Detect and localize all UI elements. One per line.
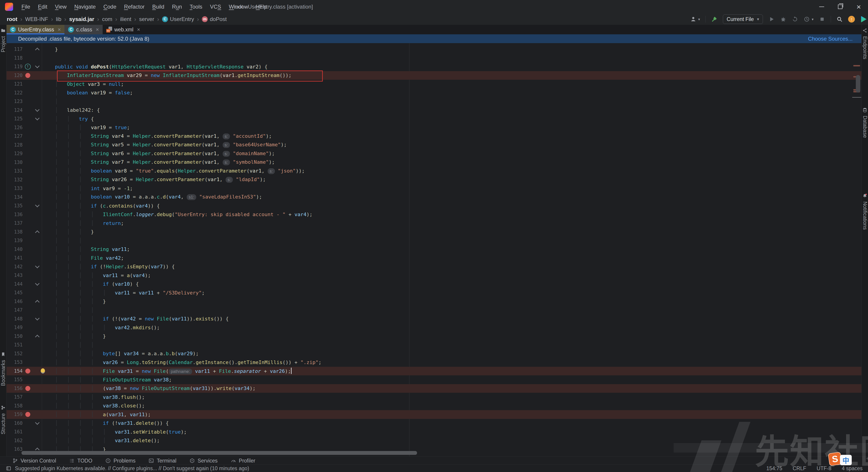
- code-line[interactable]: 140 │ │ │ String var11;: [6, 245, 862, 254]
- search-everywhere-icon[interactable]: [836, 16, 843, 22]
- tool-stripe-project[interactable]: Project: [0, 28, 6, 53]
- code-line[interactable]: 147 │ │ │ │: [6, 306, 862, 314]
- code-line[interactable]: 133 │ │ │ int var9 = -1;: [6, 184, 862, 193]
- close-icon[interactable]: ×: [58, 26, 61, 33]
- breakpoint-icon[interactable]: [25, 412, 30, 417]
- code-line[interactable]: 134 │ │ │ boolean var10 = a.a.a.c.d(var4…: [6, 193, 862, 202]
- tool-window-version-control[interactable]: Version Control: [12, 458, 56, 464]
- breadcrumb-item[interactable]: lib: [56, 16, 61, 22]
- tool-window-problems[interactable]: Problems: [105, 458, 135, 464]
- tool-stripe-bookmarks[interactable]: Bookmarks: [0, 352, 6, 386]
- code-line[interactable]: 125 │ │ try {: [6, 114, 862, 123]
- code-line[interactable]: 156 │ │ │ │ (var38 = new FileOutputStrea…: [6, 384, 862, 393]
- code-editor[interactable]: 117 } 118 119 ↑ public void doPost(HttpS…: [6, 43, 862, 457]
- code-line[interactable]: 141 │ │ │ File var42;: [6, 254, 862, 262]
- tool-stripe-endpoints[interactable]: Endpoints: [862, 28, 868, 59]
- menu-item-run[interactable]: Run: [168, 0, 186, 13]
- code-line[interactable]: 143 │ │ │ │ var11 = a(var4);: [6, 271, 862, 280]
- tool-window-profiler[interactable]: Profiler: [231, 458, 255, 464]
- tool-stripe-database[interactable]: Database: [862, 107, 868, 138]
- code-line[interactable]: 160 │ │ │ │ if (!var31.delete()) {: [6, 419, 862, 428]
- code-line[interactable]: 146 │ │ │ │ }: [6, 297, 862, 306]
- code-line[interactable]: 128 │ │ │ String var5 = Helper.convertPa…: [6, 141, 862, 149]
- run-icon[interactable]: [768, 16, 775, 22]
- code-line[interactable]: 145 │ │ │ │ │ var11 = var11 + "/S3Delive…: [6, 289, 862, 297]
- profile-icon[interactable]: [804, 16, 810, 22]
- breakpoint-icon[interactable]: [25, 369, 30, 374]
- code-line[interactable]: 127 │ │ │ String var4 = Helper.convertPa…: [6, 132, 862, 141]
- fold-icon[interactable]: [35, 230, 39, 235]
- code-line[interactable]: 161 │ │ │ │ │ var31.setWritable(true);: [6, 428, 862, 436]
- editor-tab[interactable]: <>web.xml×: [103, 25, 144, 34]
- code-line[interactable]: 144 │ │ │ │ if (var10) {: [6, 280, 862, 289]
- choose-sources-link[interactable]: Choose Sources...: [808, 36, 852, 42]
- code-line[interactable]: 162 │ │ │ │ │ var31.delete();: [6, 436, 862, 445]
- coverage-icon[interactable]: [792, 16, 798, 22]
- tool-window-services[interactable]: Services: [189, 458, 217, 464]
- plugin-gradient-icon[interactable]: [860, 16, 867, 22]
- breadcrumb-item[interactable]: root: [7, 16, 18, 22]
- breadcrumb-item[interactable]: server: [139, 16, 154, 22]
- breadcrumb-item[interactable]: ilient: [120, 16, 131, 22]
- intention-bulb-icon[interactable]: [41, 368, 45, 374]
- code-line[interactable]: 152 │ │ │ │ byte[] var34 = a.a.a.b.b(var…: [6, 349, 862, 358]
- breakpoint-icon[interactable]: [25, 386, 30, 391]
- menu-item-navigate[interactable]: Navigate: [70, 0, 100, 13]
- update-available-icon[interactable]: ↑: [848, 16, 855, 23]
- build-hammer-icon[interactable]: [711, 16, 717, 22]
- fold-icon[interactable]: [35, 64, 39, 68]
- status-message[interactable]: Suggested plugin Kubernetes available. /…: [15, 466, 249, 472]
- debug-icon[interactable]: [780, 16, 786, 22]
- fold-icon[interactable]: [35, 300, 39, 304]
- menu-item-tools[interactable]: Tools: [186, 0, 206, 13]
- code-line[interactable]: 139 │ │ │: [6, 236, 862, 245]
- fold-icon[interactable]: [35, 420, 39, 425]
- fold-icon[interactable]: [35, 48, 39, 52]
- code-line[interactable]: 142 │ │ │ if (!Helper.isEmpty(var7)) {: [6, 262, 862, 271]
- code-line[interactable]: 130 │ │ │ String var7 = Helper.convertPa…: [6, 158, 862, 167]
- breakpoint-icon[interactable]: [25, 73, 30, 78]
- menu-item-vcs[interactable]: VCS: [206, 0, 225, 13]
- tool-window-todo[interactable]: TODO: [69, 458, 92, 464]
- menu-item-code[interactable]: Code: [99, 0, 120, 13]
- code-line[interactable]: 159 │ │ │ │ a(var31, var11);: [6, 410, 862, 419]
- fold-icon[interactable]: [35, 281, 39, 286]
- breadcrumb-item[interactable]: mdoPost: [202, 16, 227, 22]
- menu-item-refactor[interactable]: Refactor: [120, 0, 149, 13]
- tool-stripe-structure[interactable]: Structure: [0, 405, 6, 434]
- code-line[interactable]: 148 │ │ │ │ if (!(var42 = new File(var11…: [6, 314, 862, 324]
- breadcrumb-item[interactable]: WEB-INF: [25, 16, 48, 22]
- fold-icon[interactable]: [35, 203, 39, 207]
- code-line[interactable]: 155 │ │ │ │ FileOutputStream var38;: [6, 375, 862, 384]
- fold-icon[interactable]: [35, 335, 39, 339]
- close-button[interactable]: ×: [849, 0, 868, 13]
- minimize-button[interactable]: [812, 0, 831, 13]
- line-separator[interactable]: CRLF: [793, 466, 806, 472]
- caret-position[interactable]: 154:75: [766, 466, 782, 472]
- file-encoding[interactable]: UTF-8: [817, 466, 831, 472]
- breadcrumb-item[interactable]: sysaid.jar: [69, 16, 94, 22]
- fold-icon[interactable]: [35, 264, 39, 268]
- indent-style[interactable]: 4 spaces: [842, 466, 863, 472]
- code-line[interactable]: 150 │ │ │ │ }: [6, 332, 862, 341]
- breadcrumb-item[interactable]: CUserEntry: [162, 16, 194, 22]
- code-line[interactable]: 157 │ │ │ │ var38.flush();: [6, 393, 862, 402]
- menu-item-build[interactable]: Build: [149, 0, 168, 13]
- fold-icon[interactable]: [35, 116, 39, 121]
- code-line[interactable]: 158 │ │ │ │ var38.close();: [6, 402, 862, 410]
- fold-icon[interactable]: [35, 316, 39, 321]
- code-line[interactable]: 123 │: [6, 97, 862, 106]
- code-line[interactable]: 121 │ Object var3 = null;: [6, 80, 862, 89]
- code-line[interactable]: 138 │ │ │ }: [6, 228, 862, 236]
- code-line[interactable]: 151 │ │ │ │: [6, 341, 862, 349]
- code-line[interactable]: 136 │ │ │ │ IlientConf.logger.debug("Use…: [6, 210, 862, 219]
- breadcrumb-item[interactable]: com: [102, 16, 112, 22]
- horizontal-scrollbar-thumb[interactable]: [22, 451, 417, 455]
- code-line[interactable]: 131 │ │ │ boolean var8 = "true".equals(H…: [6, 167, 862, 175]
- code-line[interactable]: 124 │ label242: {: [6, 106, 862, 115]
- code-line[interactable]: 149 │ │ │ │ │ var42.mkdirs();: [6, 323, 862, 332]
- tool-window-terminal[interactable]: Terminal: [149, 458, 176, 464]
- code-line[interactable]: 154 │ │ │ │ File var31 = new File(pathna…: [6, 367, 862, 376]
- menu-item-file[interactable]: File: [18, 0, 34, 13]
- code-line[interactable]: 132 │ │ │ String var26 = Helper.convertP…: [6, 175, 862, 184]
